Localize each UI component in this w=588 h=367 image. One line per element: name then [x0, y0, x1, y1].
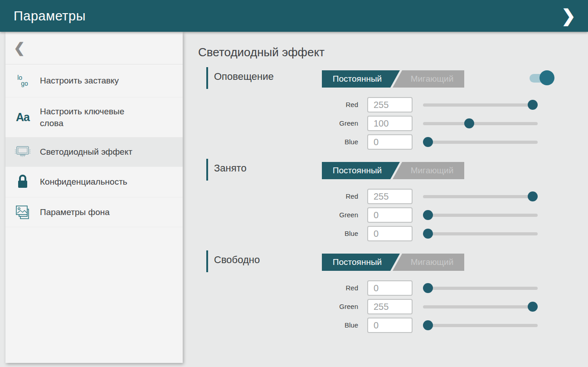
mode-option-constant[interactable]: Постоянный	[322, 254, 400, 271]
channel-label: Red	[308, 280, 358, 296]
section-label: Свободно	[214, 254, 260, 266]
mode-option-blinking[interactable]: Мигающий	[393, 162, 464, 179]
channel-row: Blue	[206, 318, 551, 333]
slider-track	[423, 141, 538, 144]
green-slider[interactable]	[423, 299, 538, 314]
mode-option-constant[interactable]: Постоянный	[322, 70, 400, 88]
sidebar-item-led-effect[interactable]: Светодиодный эффект	[5, 137, 183, 167]
channel-row: Green	[206, 299, 551, 314]
mode-segmented-control: ПостоянныйМигающий	[322, 254, 464, 271]
mode-option-blinking[interactable]: Мигающий	[393, 254, 464, 271]
channel-label: Green	[308, 116, 358, 131]
sidebar-item-keywords[interactable]: Aa Настроить ключевые слова	[5, 98, 183, 137]
keywords-icon: Aa	[5, 111, 40, 124]
slider-thumb[interactable]	[423, 283, 433, 293]
red-value-input[interactable]	[367, 189, 413, 204]
sidebar: ❮ lo go Настроить заставку Aa Настроить …	[5, 32, 183, 363]
channel-row: Green	[206, 207, 551, 223]
green-value-input[interactable]	[367, 116, 413, 131]
channel-label: Red	[308, 189, 358, 204]
green-value-input[interactable]	[367, 299, 413, 314]
background-images-icon	[5, 205, 40, 220]
sidebar-item-label: Настроить ключевые слова	[40, 106, 153, 129]
green-slider[interactable]	[423, 207, 538, 223]
sidebar-item-splash-screen[interactable]: lo go Настроить заставку	[5, 64, 183, 98]
slider-track	[423, 232, 538, 235]
sidebar-item-background[interactable]: Параметры фона	[5, 197, 183, 227]
slider-thumb[interactable]	[464, 118, 474, 128]
blue-value-input[interactable]	[367, 226, 413, 241]
logo-icon: lo go	[5, 75, 40, 87]
slider-thumb[interactable]	[423, 320, 433, 330]
led-section: ОповещениеПостоянныйМигающийRedGreenBlue	[206, 67, 551, 154]
channel-label: Green	[308, 299, 358, 314]
back-chevron-icon: ❮	[14, 40, 25, 56]
blue-slider[interactable]	[423, 226, 538, 241]
slider-track	[423, 287, 538, 290]
channel-row: Red	[206, 189, 551, 204]
channel-label: Blue	[308, 226, 358, 241]
section-enable-toggle[interactable]	[530, 70, 555, 86]
mode-segmented-control: ПостоянныйМигающий	[322, 162, 464, 179]
slider-track	[423, 214, 538, 217]
slider-track	[423, 324, 538, 327]
channel-label: Blue	[308, 318, 358, 333]
section-accent-bar	[206, 67, 208, 89]
slider-track	[423, 103, 538, 107]
channel-row: Red	[206, 280, 551, 296]
blue-slider[interactable]	[423, 134, 538, 150]
slider-track	[423, 305, 538, 308]
channel-row: Green	[206, 116, 551, 131]
blue-value-input[interactable]	[367, 134, 413, 150]
mode-option-blinking[interactable]: Мигающий	[393, 70, 464, 88]
green-slider[interactable]	[423, 116, 538, 131]
channel-row: Blue	[206, 226, 551, 241]
section-accent-bar	[206, 159, 208, 181]
settings-window: Параметры ❯ ❮ lo go Настроить заставку A…	[0, 0, 588, 367]
slider-thumb[interactable]	[423, 210, 433, 220]
section-accent-bar	[206, 250, 208, 272]
red-slider[interactable]	[423, 280, 538, 296]
channel-row: Red	[206, 97, 551, 113]
red-value-input[interactable]	[367, 97, 413, 113]
mode-option-constant[interactable]: Постоянный	[322, 162, 400, 179]
channel-label: Green	[308, 207, 358, 223]
slider-thumb[interactable]	[423, 229, 433, 239]
page-title: Параметры	[14, 9, 86, 24]
slider-thumb[interactable]	[528, 100, 538, 110]
sidebar-item-privacy[interactable]: Конфиденциальность	[5, 167, 183, 197]
led-section: СвободноПостоянныйМигающийRedGreenBlue	[206, 250, 551, 338]
slider-track	[423, 195, 538, 198]
blue-value-input[interactable]	[367, 318, 413, 333]
sidebar-item-label: Светодиодный эффект	[40, 146, 139, 158]
sidebar-item-label: Настроить заставку	[40, 75, 125, 87]
red-value-input[interactable]	[367, 280, 413, 296]
sidebar-item-label: Конфиденциальность	[40, 176, 134, 188]
channel-row: Blue	[206, 134, 551, 150]
led-screen-icon	[5, 145, 40, 159]
led-section: ЗанятоПостоянныйМигающийRedGreenBlue	[206, 159, 551, 246]
slider-track	[423, 122, 538, 125]
section-label: Оповещение	[214, 71, 274, 83]
app-header: Параметры ❯	[0, 0, 588, 32]
content-title: Светодиодный эффект	[198, 45, 325, 59]
sidebar-item-label: Параметры фона	[40, 206, 116, 218]
section-label: Занято	[214, 162, 247, 174]
toggle-knob	[539, 70, 554, 85]
blue-slider[interactable]	[423, 318, 538, 333]
lock-icon	[5, 174, 40, 190]
slider-thumb[interactable]	[423, 137, 433, 147]
red-slider[interactable]	[423, 189, 538, 204]
channel-label: Blue	[308, 134, 358, 150]
red-slider[interactable]	[423, 97, 538, 113]
forward-chevron-icon[interactable]: ❯	[557, 0, 580, 32]
slider-thumb[interactable]	[528, 191, 538, 201]
sidebar-back-button[interactable]: ❮	[5, 32, 183, 64]
mode-segmented-control: ПостоянныйМигающий	[322, 70, 464, 88]
slider-thumb[interactable]	[528, 302, 538, 312]
green-value-input[interactable]	[367, 207, 413, 223]
channel-label: Red	[308, 97, 358, 113]
